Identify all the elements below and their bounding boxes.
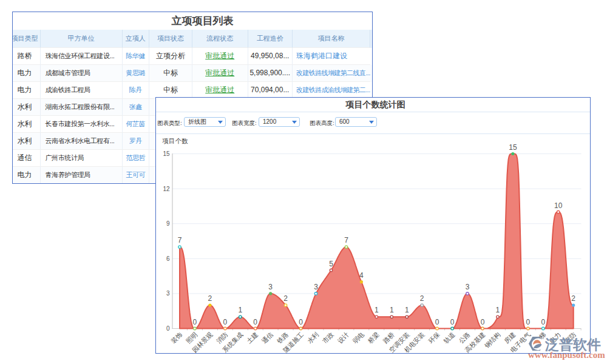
svg-text:钢结构: 钢结构	[483, 331, 501, 349]
svg-text:3: 3	[166, 290, 170, 297]
svg-text:3: 3	[314, 283, 318, 291]
svg-text:6: 6	[166, 255, 170, 262]
svg-text:4: 4	[359, 271, 364, 280]
svg-text:环保: 环保	[427, 331, 441, 345]
svg-text:1: 1	[405, 306, 409, 314]
svg-text:通信: 通信	[260, 331, 275, 345]
svg-text:0: 0	[193, 318, 197, 326]
svg-text:0: 0	[526, 318, 531, 326]
svg-text:0: 0	[223, 318, 228, 326]
svg-text:项目个数: 项目个数	[162, 137, 189, 144]
svg-text:桥梁: 桥梁	[366, 331, 381, 345]
svg-text:1: 1	[496, 306, 500, 314]
svg-text:0: 0	[481, 318, 485, 326]
svg-text:3: 3	[268, 283, 273, 291]
svg-text:1: 1	[238, 306, 242, 314]
svg-text:设计: 设计	[336, 331, 350, 345]
svg-text:0: 0	[541, 318, 545, 326]
svg-text:0: 0	[166, 325, 170, 332]
svg-text:0: 0	[299, 318, 303, 326]
svg-text:5: 5	[329, 260, 333, 268]
svg-text:2: 2	[283, 294, 288, 303]
svg-text:12: 12	[163, 186, 170, 192]
svg-text:15: 15	[509, 143, 517, 152]
svg-text:7: 7	[178, 236, 182, 244]
svg-text:0: 0	[435, 318, 439, 326]
svg-text:2: 2	[208, 294, 212, 303]
svg-text:2: 2	[420, 294, 424, 303]
svg-text:弱电: 弱电	[351, 331, 365, 345]
svg-text:2: 2	[571, 294, 575, 303]
svg-text:1: 1	[375, 306, 379, 314]
svg-text:0: 0	[450, 318, 455, 326]
svg-text:10: 10	[554, 201, 563, 210]
svg-text:装饰: 装饰	[169, 331, 184, 345]
svg-text:7: 7	[344, 236, 348, 244]
svg-text:0: 0	[253, 318, 257, 326]
svg-text:9: 9	[166, 220, 170, 227]
svg-text:轨道: 轨道	[441, 331, 456, 345]
svg-text:1: 1	[390, 306, 394, 314]
svg-text:15: 15	[163, 150, 170, 157]
svg-text:3: 3	[466, 283, 470, 291]
svg-text:土建: 土建	[245, 331, 259, 345]
svg-text:市政: 市政	[321, 331, 336, 345]
svg-text:水利: 水利	[306, 331, 320, 345]
